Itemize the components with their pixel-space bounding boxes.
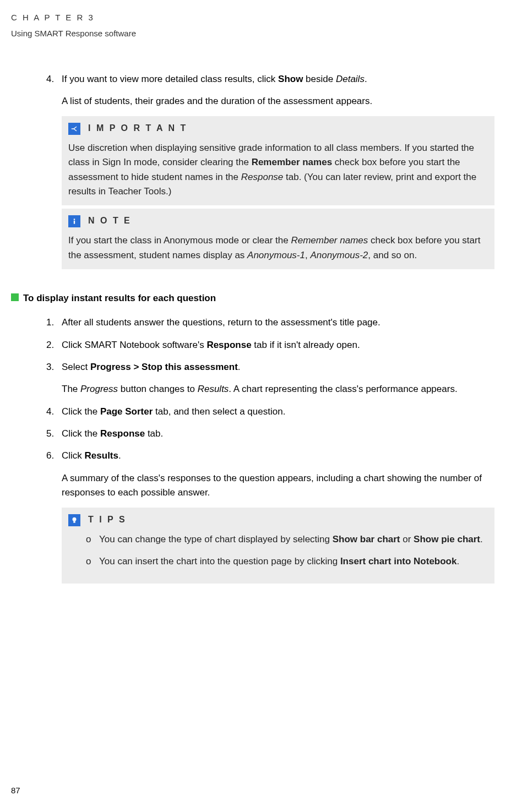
italic-text: Results [198,384,229,394]
callout-header: T I P S [68,513,488,527]
bullet-icon: o [86,532,99,547]
step-4: 4. If you want to view more detailed cla… [11,72,494,86]
bold-text: Response [100,428,145,439]
callout-header: I M P O R T A N T [68,122,488,135]
step-body: Click Results. [62,449,494,463]
step-number: 5. [46,427,62,441]
text: Click SMART Notebook software's [62,340,206,350]
text: Click the [62,406,100,417]
bullet-icon: o [86,554,99,569]
step-number: 4. [46,405,62,419]
step-6-follow: A summary of the class's responses to th… [11,471,494,500]
text: You can change the type of chart display… [99,534,333,544]
page-number: 87 [11,784,20,797]
section-marker-icon [11,293,19,301]
bold-text: Show bar chart [333,534,400,544]
step-body: After all students answer the questions,… [62,315,494,330]
text: . [456,556,459,566]
step-4b: 4. Click the Page Sorter tab, and then s… [11,405,494,419]
italic-text: Response [241,172,284,182]
italic-text: Anonymous-1 [247,250,305,260]
text: If you want to view more detailed class … [62,74,278,84]
bold-text: Show pie chart [414,534,480,544]
text: Click the [62,428,100,439]
bold-show: Show [278,74,303,84]
section-heading: To display instant results for each ques… [23,291,216,306]
step-body: Select Progress > Stop this assessment. [62,360,494,374]
step-2: 2. Click SMART Notebook software's Respo… [11,338,494,352]
step-number: 2. [46,338,62,352]
tip-text: You can change the type of chart display… [99,532,483,547]
italic-text: Remember names [291,235,368,246]
text: . A chart representing the class's perfo… [229,384,457,394]
step-number: 3. [46,360,62,374]
step-number: 6. [46,449,62,463]
chapter-subtitle: Using SMART Response software [11,27,494,40]
step-number: 1. [46,315,62,330]
step-1: 1. After all students answer the questio… [11,315,494,330]
step-body: Click the Response tab. [62,427,494,441]
step-body: Click SMART Notebook software's Response… [62,338,494,352]
text: , and so on. [368,250,417,260]
chapter-label: C H A P T E R 3 [11,11,494,24]
svg-rect-3 [73,521,75,522]
italic-details: Details [336,74,365,84]
text: Select [62,362,90,372]
svg-rect-0 [74,219,75,220]
tips-callout: T I P S o You can change the type of cha… [62,508,494,583]
italic-text: Anonymous-2 [310,250,368,260]
text: , [305,250,310,260]
text: . [238,362,241,372]
text: Click [62,450,85,461]
step-6: 6. Click Results. [11,449,494,463]
tip-text: You can insert the chart into the questi… [99,554,459,569]
tips-body: o You can change the type of chart displ… [68,532,488,569]
step-number: 4. [46,72,62,86]
callout-header: N O T E [68,214,488,228]
text: . [118,450,121,461]
tip-item: o You can insert the chart into the ques… [86,554,488,569]
bold-text: Page Sorter [100,406,153,417]
step-4-follow: A list of students, their grades and the… [11,94,494,108]
text: tab, and then select a question. [153,406,285,417]
text: beside [303,74,336,84]
text: . [365,74,367,84]
text: You can insert the chart into the questi… [99,556,340,566]
text: The [62,384,80,394]
note-icon [68,215,80,227]
svg-point-2 [73,517,77,521]
step-body: If you want to view more detailed class … [62,72,494,86]
text: . [480,534,483,544]
section-heading-row: To display instant results for each ques… [11,291,494,306]
svg-rect-1 [74,221,75,224]
note-callout: N O T E If you start the class in Anonym… [62,209,494,269]
text: If you start the class in Anonymous mode… [68,235,291,246]
bold-text: Response [206,340,251,350]
note-body: If you start the class in Anonymous mode… [68,233,488,263]
step-3-follow: The Progress button changes to Results. … [11,382,494,396]
tip-item: o You can change the type of chart displ… [86,532,488,547]
note-title: N O T E [88,214,132,228]
important-title: I M P O R T A N T [88,122,187,135]
tips-title: T I P S [88,513,127,527]
tips-icon [68,514,80,526]
important-icon [68,123,80,135]
step-body: Click the Page Sorter tab, and then sele… [62,405,494,419]
bold-text: Remember names [252,157,332,167]
bold-text: Insert chart into Notebook [340,556,457,566]
text: tab. [145,428,163,439]
text: tab if it isn't already open. [252,340,360,350]
important-body: Use discretion when displaying sensitive… [68,141,488,199]
step-3: 3. Select Progress > Stop this assessmen… [11,360,494,374]
important-callout: I M P O R T A N T Use discretion when di… [62,116,494,205]
text: button changes to [118,384,198,394]
text: or [400,534,414,544]
bold-text: Progress > Stop this assessment [90,362,238,372]
step-5: 5. Click the Response tab. [11,427,494,441]
italic-text: Progress [80,384,118,394]
bold-text: Results [85,450,118,461]
